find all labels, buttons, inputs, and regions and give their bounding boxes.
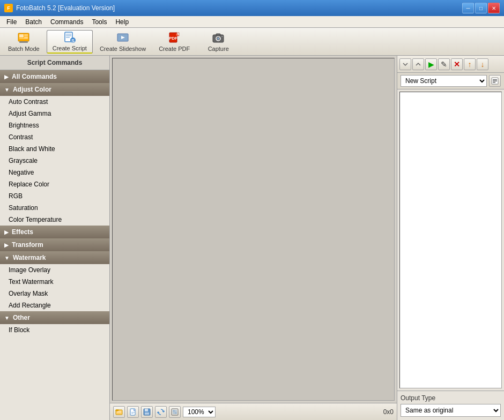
batch-mode-label: Batch Mode <box>8 46 40 52</box>
svg-rect-31 <box>175 410 177 412</box>
svg-rect-30 <box>173 410 175 412</box>
menu-help[interactable]: Help <box>111 17 133 27</box>
watermark-arrow: ▼ <box>4 255 10 261</box>
transform-label: Transform <box>12 241 43 249</box>
sidebar-item-grayscale[interactable]: Grayscale <box>0 155 109 167</box>
svg-rect-5 <box>19 41 28 43</box>
svg-rect-28 <box>145 412 149 415</box>
title-bar-left: F FotoBatch 5.2 [Evaluation Version] <box>4 4 115 12</box>
menu-batch[interactable]: Batch <box>21 17 46 27</box>
sidebar-header: Script Commands <box>0 56 109 70</box>
script-content-area <box>399 92 502 388</box>
script-browse-button[interactable] <box>489 75 501 87</box>
svg-rect-2 <box>24 34 28 36</box>
sidebar-group-adjust-color[interactable]: ▼ Adjust Color <box>0 83 109 96</box>
menu-bar: File Batch Commands Tools Help <box>0 16 504 28</box>
other-label: Other <box>13 314 30 321</box>
create-script-label: Create Script <box>53 45 87 51</box>
close-button[interactable]: ✕ <box>488 3 500 13</box>
canvas-btn-open-folder[interactable] <box>113 406 125 418</box>
svg-rect-1 <box>19 34 24 38</box>
sidebar-item-replace-color[interactable]: Replace Color <box>0 178 109 190</box>
main-toolbar: Batch Mode S Create Script Create Slides… <box>0 28 504 56</box>
sidebar: Script Commands ▶ All Commands ▼ Adjust … <box>0 56 110 420</box>
sidebar-group-watermark[interactable]: ▼ Watermark <box>0 251 109 264</box>
canvas-btn-save[interactable] <box>141 406 153 418</box>
svg-rect-20 <box>216 34 220 36</box>
right-btn-delete[interactable]: ✕ <box>451 58 463 70</box>
menu-file[interactable]: File <box>2 17 21 27</box>
sidebar-item-text-watermark[interactable]: Text Watermark <box>0 276 109 288</box>
right-btn-run[interactable]: ▶ <box>425 58 437 70</box>
sidebar-item-negative[interactable]: Negative <box>0 167 109 178</box>
create-slideshow-label: Create Slideshow <box>100 46 146 52</box>
right-btn-edit[interactable]: ✎ <box>438 58 450 70</box>
sidebar-item-image-overlay[interactable]: Image Overlay <box>0 264 109 276</box>
right-panel-toolbar: ▶ ✎ ✕ ↑ ↓ <box>397 56 504 73</box>
app-icon: F <box>4 4 13 12</box>
svg-rect-37 <box>493 82 495 83</box>
effects-label: Effects <box>12 228 33 236</box>
sidebar-item-auto-contrast[interactable]: Auto Contrast <box>0 96 109 108</box>
svg-rect-7 <box>66 34 71 35</box>
canvas-coords: 0x0 <box>383 408 394 416</box>
svg-text:PDF: PDF <box>169 36 177 41</box>
canvas-btn-refresh[interactable] <box>155 406 167 418</box>
sidebar-item-contrast[interactable]: Contrast <box>0 131 109 143</box>
canvas-inner <box>113 58 394 400</box>
sidebar-group-transform[interactable]: ▶ Transform <box>0 238 109 251</box>
output-type-panel: Output Type Same as original JPEG PNG BM… <box>397 391 504 420</box>
canvas-area <box>112 58 395 401</box>
menu-commands[interactable]: Commands <box>46 17 87 27</box>
right-btn-move-down[interactable]: ↓ <box>477 58 488 70</box>
watermark-label: Watermark <box>13 254 46 261</box>
sidebar-item-overlay-mask[interactable]: Overlay Mask <box>0 288 109 299</box>
svg-rect-35 <box>493 79 497 80</box>
maximize-button[interactable]: □ <box>475 3 487 13</box>
toolbar-create-pdf[interactable]: PDF Create PDF <box>153 30 196 54</box>
center-area: 100% 50% 75% 150% 200% 0x0 <box>110 56 397 420</box>
sidebar-item-if-block[interactable]: If Block <box>0 324 109 336</box>
sidebar-group-other[interactable]: ▼ Other <box>0 311 109 324</box>
window-title: FotoBatch 5.2 [Evaluation Version] <box>16 4 115 12</box>
zoom-select[interactable]: 100% 50% 75% 150% 200% <box>183 407 216 417</box>
sidebar-item-brightness[interactable]: Brightness <box>0 119 109 131</box>
toolbar-batch-mode[interactable]: Batch Mode <box>2 30 46 54</box>
sidebar-item-color-temperature[interactable]: Color Temperature <box>0 214 109 226</box>
create-pdf-label: Create PDF <box>159 46 190 52</box>
title-bar: F FotoBatch 5.2 [Evaluation Version] ─ □… <box>0 0 504 16</box>
sidebar-item-add-rectangle[interactable]: Add Rectangle <box>0 299 109 311</box>
toolbar-capture[interactable]: Capture <box>197 30 240 54</box>
minimize-button[interactable]: ─ <box>462 3 474 13</box>
main-content: Script Commands ▶ All Commands ▼ Adjust … <box>0 56 504 420</box>
canvas-btn-open-file[interactable] <box>127 406 139 418</box>
canvas-btn-view[interactable] <box>169 406 181 418</box>
create-slideshow-icon <box>116 32 129 44</box>
svg-point-19 <box>217 38 219 40</box>
svg-rect-32 <box>173 412 175 414</box>
sidebar-group-all-commands[interactable]: ▶ All Commands <box>0 70 109 83</box>
svg-rect-33 <box>175 412 177 414</box>
create-pdf-icon: PDF <box>168 32 181 44</box>
output-type-select[interactable]: Same as original JPEG PNG BMP TIFF GIF <box>401 404 501 417</box>
right-btn-forward[interactable] <box>412 58 424 70</box>
sidebar-item-adjust-gamma[interactable]: Adjust Gamma <box>0 108 109 119</box>
sidebar-item-rgb[interactable]: RGB <box>0 190 109 202</box>
sidebar-item-black-and-white[interactable]: Black and White <box>0 143 109 155</box>
menu-tools[interactable]: Tools <box>87 17 111 27</box>
batch-mode-icon <box>17 32 30 44</box>
toolbar-create-slideshow[interactable]: Create Slideshow <box>94 30 152 54</box>
sidebar-item-saturation[interactable]: Saturation <box>0 202 109 214</box>
effects-arrow: ▶ <box>4 229 9 235</box>
sidebar-group-effects[interactable]: ▶ Effects <box>0 226 109 238</box>
right-btn-back[interactable] <box>399 58 411 70</box>
script-name-dropdown[interactable]: New Script <box>401 75 487 87</box>
adjust-color-arrow: ▼ <box>4 87 10 93</box>
svg-rect-21 <box>221 36 223 37</box>
svg-text:S: S <box>71 38 75 43</box>
toolbar-create-script[interactable]: S Create Script <box>47 30 93 54</box>
right-btn-move-up[interactable]: ↑ <box>464 58 476 70</box>
output-type-label: Output Type <box>401 394 501 402</box>
svg-rect-4 <box>19 38 28 39</box>
canvas-bottom-bar: 100% 50% 75% 150% 200% 0x0 <box>110 403 397 420</box>
